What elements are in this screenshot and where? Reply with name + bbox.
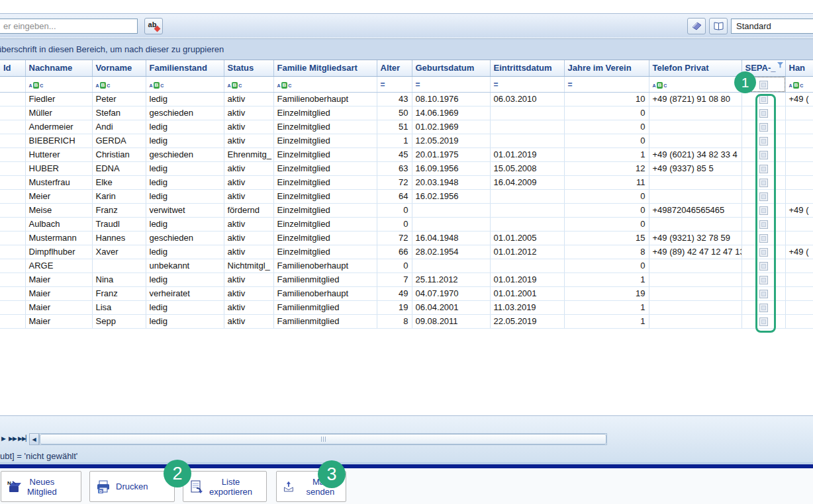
cell-alter: 49 [377, 286, 412, 300]
table-row[interactable]: HUBEREDNAledigaktivEinzelmitglied6316.09… [0, 161, 813, 175]
filter-cell-geburtsdatum[interactable]: = [412, 76, 490, 92]
sepa-checkbox[interactable] [759, 262, 768, 271]
filter-cell-eintrittsdatum[interactable]: = [490, 76, 564, 92]
cell-telefon-privat: +49 (6021) 34 82 33 4 [649, 147, 741, 161]
sepa-checkbox[interactable] [759, 109, 768, 118]
cell-id [0, 161, 25, 175]
cell-familienstand: ledig [146, 245, 224, 259]
column-header-nachname[interactable]: Nachname [25, 60, 92, 76]
filter-input[interactable] [0, 19, 138, 34]
column-header-eintrittsdatum[interactable]: Eintrittsdatum [490, 60, 564, 76]
column-header-telefon-privat[interactable]: Telefon Privat [649, 60, 741, 76]
scrollbar-thumb[interactable] [40, 434, 606, 444]
table-row[interactable]: MusterfrauElkeledigaktivEinzelmitglied72… [0, 175, 813, 189]
nav-next-icon[interactable]: ▶ [1, 435, 5, 442]
cell-id [0, 259, 25, 273]
cell-status: aktiv [224, 175, 273, 189]
column-header-status[interactable]: Status [224, 60, 273, 76]
horizontal-scrollbar[interactable] [39, 433, 607, 445]
neues-mitglied-button[interactable]: N NeuesMitglied [1, 471, 81, 502]
sepa-checkbox[interactable] [759, 317, 768, 326]
cell-vorname: Lisa [92, 300, 146, 314]
table-row[interactable]: BIEBERICHGERDAledigaktivEinzelmitglied11… [0, 134, 813, 147]
cell-geburtsdatum: 12.05.2019 [412, 134, 490, 147]
view-selector[interactable]: Standard [731, 19, 813, 34]
table-row[interactable]: FiedlerPeterledigaktivFamilienoberhaupt4… [0, 92, 813, 106]
sepa-checkbox[interactable] [759, 151, 768, 159]
column-header-geburtsdatum[interactable]: Geburtsdatum [412, 60, 490, 76]
table-row[interactable]: MeierKarinledigaktivEinzelmitglied6416.0… [0, 189, 813, 203]
liste-exportieren-button[interactable]: Listeexportieren [183, 471, 267, 502]
cell-familienstand: geschieden [146, 147, 224, 161]
filter-cell-familienstand[interactable]: ABC [146, 76, 224, 92]
table-row[interactable]: MüllerStefangeschiedenaktivEinzelmitglie… [0, 106, 813, 120]
cell-jahre-im-verein: 0 [564, 217, 649, 231]
column-header-han[interactable]: Han [785, 60, 813, 76]
group-by-panel[interactable]: überschrift in diesen Bereich, um nach d… [0, 38, 813, 60]
filter-cell-alter[interactable]: = [377, 76, 412, 92]
sepa-checkbox[interactable] [759, 123, 768, 132]
sepa-filter-checkbox[interactable] [759, 81, 768, 89]
filter-cell-han[interactable]: ABC [785, 76, 813, 92]
open-book-button[interactable] [709, 18, 728, 34]
sepa-checkbox[interactable] [759, 248, 768, 257]
cell-jahre-im-verein: 0 [564, 203, 649, 217]
table-row[interactable]: DimpflhuberXaverledigaktivEinzelmitglied… [0, 245, 813, 259]
cell-nachname: Maier [25, 273, 92, 286]
table-row[interactable]: ARGEunbekanntNichtmitgl_Familienoberhaup… [0, 259, 813, 273]
filter-cell-status[interactable]: ABC [224, 76, 273, 92]
drucken-button[interactable]: D Drucken [89, 471, 175, 502]
column-header-label: Vorname [96, 63, 132, 73]
sepa-checkbox[interactable] [759, 165, 768, 173]
cell-han [785, 231, 813, 245]
table-row[interactable]: MustermannHannesgeschiedenaktivEinzelmit… [0, 231, 813, 245]
filter-cell-familie-mitgliedsart[interactable]: ABC [273, 76, 377, 92]
clear-filter-button[interactable]: ab [144, 18, 163, 34]
filter-cell-nachname[interactable]: ABC [25, 76, 92, 92]
sepa-checkbox[interactable] [759, 220, 768, 229]
nav-next-page-icon[interactable]: ▶▶ [9, 435, 17, 442]
filter-cell-id[interactable] [0, 76, 25, 92]
table-row[interactable]: MeiseFranzverwitwetförderndEinzelmitglie… [0, 203, 813, 217]
column-header-jahre-im-verein[interactable]: Jahre im Verein [564, 60, 649, 76]
column-header-alter[interactable]: Alter [377, 60, 412, 76]
cell-han [785, 134, 813, 147]
sepa-checkbox[interactable] [759, 137, 768, 146]
cell-eintrittsdatum [490, 134, 564, 147]
sepa-checkbox[interactable] [759, 192, 768, 201]
sepa-checkbox[interactable] [759, 206, 768, 215]
cell-status: aktiv [224, 92, 273, 106]
nav-last-icon[interactable]: ▶▶▏ [18, 435, 30, 442]
sepa-checkbox[interactable] [759, 276, 768, 284]
column-header-id[interactable]: Id [0, 60, 25, 76]
table-row[interactable]: AndermeierAndiledigaktivEinzelmitglied51… [0, 120, 813, 134]
cell-jahre-im-verein: 1 [564, 273, 649, 286]
cell-status: aktiv [224, 231, 273, 245]
column-header-label: Han [789, 63, 806, 73]
scroll-left-button[interactable]: ◀ [29, 433, 39, 445]
closed-book-button[interactable] [687, 18, 706, 34]
table-row[interactable]: MaierFranzverheiratetaktivFamilienoberha… [0, 286, 813, 300]
table-row[interactable]: MaierNinaledigaktivFamilienmitglied725.1… [0, 273, 813, 286]
filter-cell-jahre-im-verein[interactable]: = [564, 76, 649, 92]
sepa-checkbox[interactable] [759, 95, 768, 104]
cell-nachname: BIEBERICH [25, 134, 92, 147]
filter-cell-vorname[interactable]: ABC [92, 76, 146, 92]
column-header-familie-mitgliedsart[interactable]: Familie Mitgliedsart [273, 60, 377, 76]
table-row[interactable]: AulbachTraudlledigaktivEinzelmitglied00 [0, 217, 813, 231]
table-row[interactable]: HuttererChristiangeschiedenEhrenmitg_Ein… [0, 147, 813, 161]
grip-icon [325, 437, 326, 442]
column-header-label: SEPA-_ [745, 63, 776, 73]
sepa-checkbox[interactable] [759, 234, 768, 243]
sepa-checkbox[interactable] [759, 179, 768, 187]
app-window: ab Standard überschrift in diesen Bereic… [0, 0, 813, 504]
cell-vorname: Xaver [92, 245, 146, 259]
filter-cell-telefon-privat[interactable]: ABC [649, 76, 741, 92]
column-header-vorname[interactable]: Vorname [92, 60, 146, 76]
sepa-checkbox[interactable] [759, 304, 768, 312]
table-row[interactable]: MaierLisaledigaktivFamilienmitglied1906.… [0, 300, 813, 314]
table-row[interactable]: MaierSeppledigaktivFamilienmitglied809.0… [0, 314, 813, 328]
column-header-familienstand[interactable]: Familienstand [146, 60, 224, 76]
sepa-checkbox[interactable] [759, 290, 768, 298]
filter-funnel-icon[interactable] [777, 62, 783, 68]
